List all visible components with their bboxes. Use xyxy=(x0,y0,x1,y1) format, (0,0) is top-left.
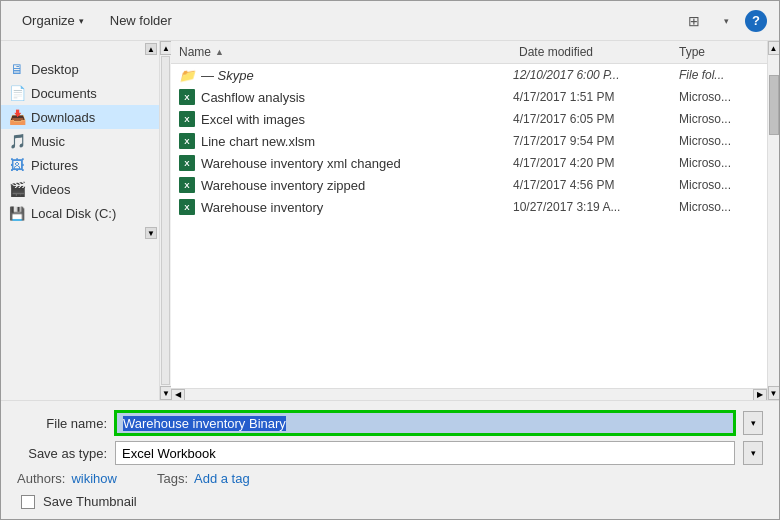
file-date-linechart: 7/17/2017 9:54 PM xyxy=(513,134,673,148)
file-pane: Name ▲ Date modified Type 📁 xyxy=(171,41,779,400)
desktop-folder-icon: 🖥 xyxy=(9,61,25,77)
meta-row: Authors: wikihow Tags: Add a tag xyxy=(17,471,763,486)
authors-value[interactable]: wikihow xyxy=(71,471,117,486)
sidebar-item-pictures[interactable]: 🖼 Pictures xyxy=(1,153,159,177)
sidebar-label-localdisk: Local Disk (C:) xyxy=(31,206,116,221)
sidebar-item-desktop[interactable]: 🖥 Desktop xyxy=(1,57,159,81)
save-dialog: Organize ▾ New folder ⊞ ▾ ? ▲ xyxy=(0,0,780,520)
excel-icon-cashflow: X xyxy=(179,89,195,105)
file-type-cashflow: Microso... xyxy=(679,90,759,104)
excel-icon-warehousexml: X xyxy=(179,155,195,171)
table-row[interactable]: X Line chart new.xlsm 7/17/2017 9:54 PM … xyxy=(171,130,767,152)
toolbar-right: ⊞ ▾ ? xyxy=(681,10,767,32)
savetype-select[interactable]: Excel Workbook xyxy=(115,441,735,465)
toolbar: Organize ▾ New folder ⊞ ▾ ? xyxy=(1,1,779,41)
organize-button[interactable]: Organize ▾ xyxy=(13,9,93,32)
col-date-label: Date modified xyxy=(519,45,593,59)
filename-dropdown-button[interactable]: ▾ xyxy=(743,411,763,435)
table-row[interactable]: X Cashflow analysis 4/17/2017 1:51 PM Mi… xyxy=(171,86,767,108)
sidebar-label-documents: Documents xyxy=(31,86,97,101)
sidebar-label-videos: Videos xyxy=(31,182,71,197)
col-name-header[interactable]: Name ▲ xyxy=(179,45,519,59)
organize-arrow-icon: ▾ xyxy=(79,16,84,26)
music-folder-icon: 🎵 xyxy=(9,133,25,149)
sidebar-scrollbar[interactable]: ▲ ▼ xyxy=(159,41,171,400)
savetype-label: Save as type: xyxy=(17,446,107,461)
excel-icon-warehousezip: X xyxy=(179,177,195,193)
documents-folder-icon: 📄 xyxy=(9,85,25,101)
disk-icon: 💾 xyxy=(9,205,25,221)
filename-label: File name: xyxy=(17,416,107,431)
videos-folder-icon: 🎬 xyxy=(9,181,25,197)
authors-label: Authors: xyxy=(17,471,65,486)
sidebar-item-videos[interactable]: 🎬 Videos xyxy=(1,177,159,201)
file-list-header: Name ▲ Date modified Type xyxy=(171,41,767,64)
view-toggle-button[interactable]: ⊞ xyxy=(681,10,707,32)
skype-folder-icon: 📁 xyxy=(179,67,195,83)
col-type-label: Type xyxy=(679,45,705,59)
table-row[interactable]: X Excel with images 4/17/2017 6:05 PM Mi… xyxy=(171,108,767,130)
tags-value[interactable]: Add a tag xyxy=(194,471,250,486)
thumbnail-label: Save Thumbnail xyxy=(43,494,137,509)
file-name-warehousezip: Warehouse inventory zipped xyxy=(201,178,507,193)
excel-icon-linechart: X xyxy=(179,133,195,149)
table-row[interactable]: X Warehouse inventory zipped 4/17/2017 4… xyxy=(171,174,767,196)
organize-label: Organize xyxy=(22,13,75,28)
new-folder-label: New folder xyxy=(110,13,172,28)
sidebar-item-localdisk[interactable]: 💾 Local Disk (C:) xyxy=(1,201,159,225)
new-folder-button[interactable]: New folder xyxy=(101,9,181,32)
vscroll-up[interactable]: ▲ xyxy=(768,41,780,55)
table-row[interactable]: 📁 — Skype 12/10/2017 6:00 P... File fol.… xyxy=(171,64,767,86)
file-name-warehousexml: Warehouse inventory xml changed xyxy=(201,156,507,171)
table-row[interactable]: X Warehouse inventory 10/27/2017 3:19 A.… xyxy=(171,196,767,218)
hscroll-track[interactable] xyxy=(185,389,753,400)
main-content: ▲ 🖥 Desktop 📄 Documents 📥 Downloads 🎵 Mu… xyxy=(1,41,779,400)
file-name-linechart: Line chart new.xlsm xyxy=(201,134,507,149)
savetype-dropdown-icon: ▾ xyxy=(751,448,756,458)
savetype-value: Excel Workbook xyxy=(122,446,216,461)
tags-label: Tags: xyxy=(157,471,188,486)
thumbnail-row: Save Thumbnail xyxy=(17,494,763,509)
file-date-excelimages: 4/17/2017 6:05 PM xyxy=(513,112,673,126)
file-date-warehousexml: 4/17/2017 4:20 PM xyxy=(513,156,673,170)
file-date-warehousezip: 4/17/2017 4:56 PM xyxy=(513,178,673,192)
filename-dropdown-icon: ▾ xyxy=(751,418,756,428)
file-name-warehouse: Warehouse inventory xyxy=(201,200,507,215)
sidebar-scroll-down[interactable]: ▼ xyxy=(145,227,157,239)
hscroll-left[interactable]: ◀ xyxy=(171,389,185,401)
hscroll-right[interactable]: ▶ xyxy=(753,389,767,401)
file-type-warehouse: Microso... xyxy=(679,200,759,214)
col-type-header[interactable]: Type xyxy=(679,45,759,59)
authors-item: Authors: wikihow xyxy=(17,471,117,486)
horizontal-scrollbar[interactable]: ◀ ▶ xyxy=(171,388,767,400)
tags-item: Tags: Add a tag xyxy=(157,471,250,486)
file-list: 📁 — Skype 12/10/2017 6:00 P... File fol.… xyxy=(171,64,767,388)
help-button[interactable]: ? xyxy=(745,10,767,32)
table-row[interactable]: X Warehouse inventory xml changed 4/17/2… xyxy=(171,152,767,174)
thumbnail-checkbox[interactable] xyxy=(21,495,35,509)
excel-icon-excelimages: X xyxy=(179,111,195,127)
sidebar-scroll-up[interactable]: ▲ xyxy=(145,43,157,55)
file-name-skype: — Skype xyxy=(201,68,507,83)
vscroll-down[interactable]: ▼ xyxy=(768,386,780,400)
file-type-warehousezip: Microso... xyxy=(679,178,759,192)
view-arrow-button[interactable]: ▾ xyxy=(713,10,739,32)
sidebar-label-pictures: Pictures xyxy=(31,158,78,173)
savetype-dropdown-button[interactable]: ▾ xyxy=(743,441,763,465)
sidebar-item-documents[interactable]: 📄 Documents xyxy=(1,81,159,105)
file-date-warehouse: 10/27/2017 3:19 A... xyxy=(513,200,673,214)
pictures-folder-icon: 🖼 xyxy=(9,157,25,173)
file-list-scrollbar[interactable]: ▲ ▼ xyxy=(767,41,779,400)
sidebar-item-downloads[interactable]: 📥 Downloads xyxy=(1,105,159,129)
file-date-skype: 12/10/2017 6:00 P... xyxy=(513,68,673,82)
col-date-header[interactable]: Date modified xyxy=(519,45,679,59)
sidebar-container: ▲ 🖥 Desktop 📄 Documents 📥 Downloads 🎵 Mu… xyxy=(1,41,171,400)
file-type-warehousexml: Microso... xyxy=(679,156,759,170)
sidebar-item-music[interactable]: 🎵 Music xyxy=(1,129,159,153)
help-label: ? xyxy=(752,13,760,28)
sidebar-label-music: Music xyxy=(31,134,65,149)
form-area: File name: ▾ Save as type: Excel Workboo… xyxy=(1,400,779,519)
filename-input[interactable] xyxy=(115,411,735,435)
vscroll-track[interactable] xyxy=(768,55,779,386)
vscroll-thumb[interactable] xyxy=(769,75,779,135)
